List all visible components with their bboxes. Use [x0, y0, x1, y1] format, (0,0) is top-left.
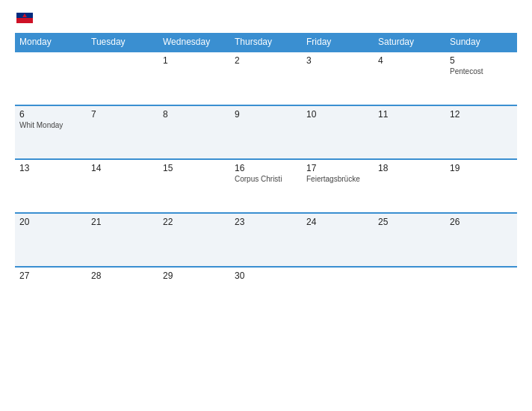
day-number: 5 — [450, 55, 513, 66]
day-number: 29 — [163, 271, 226, 281]
day-cell: 11 — [374, 105, 445, 159]
day-cell: 3 — [302, 52, 374, 105]
day-number: 18 — [378, 163, 441, 173]
day-cell: 23 — [230, 213, 302, 267]
day-number: 17 — [306, 163, 369, 173]
day-cell: 12 — [445, 105, 517, 159]
day-number: 21 — [91, 217, 154, 227]
day-cell: 15 — [158, 159, 230, 213]
day-cell: 7 — [87, 105, 158, 159]
logo-flag-icon — [16, 13, 33, 23]
day-number: 30 — [235, 271, 297, 281]
day-cell: 28 — [87, 267, 158, 321]
col-header-saturday: Saturday — [374, 33, 445, 52]
col-header-sunday: Sunday — [445, 33, 517, 52]
calendar-table: MondayTuesdayWednesdayThursdayFridaySatu… — [15, 33, 517, 321]
day-number: 25 — [378, 217, 441, 227]
day-number: 7 — [91, 109, 154, 120]
day-cell: 27 — [15, 267, 87, 321]
day-number: 14 — [91, 163, 154, 173]
day-number: 28 — [91, 271, 154, 281]
day-cell: 14 — [87, 159, 158, 213]
day-number: 6 — [19, 109, 82, 120]
day-cell — [302, 267, 374, 321]
day-cell — [374, 267, 445, 321]
header-row: MondayTuesdayWednesdayThursdayFridaySatu… — [15, 33, 517, 52]
day-cell: 24 — [302, 213, 374, 267]
calendar-header: MondayTuesdayWednesdayThursdayFridaySatu… — [15, 33, 517, 52]
col-header-monday: Monday — [15, 33, 87, 52]
svg-rect-2 — [16, 18, 33, 23]
day-number: 12 — [450, 109, 513, 120]
day-number: 24 — [306, 217, 369, 227]
day-cell: 10 — [302, 105, 374, 159]
day-number: 4 — [378, 55, 441, 66]
day-number: 13 — [19, 163, 82, 173]
day-cell: 21 — [87, 213, 158, 267]
day-cell: 19 — [445, 159, 517, 213]
day-cell: 6Whit Monday — [15, 105, 87, 159]
day-number: 23 — [235, 217, 297, 227]
day-cell: 8 — [158, 105, 230, 159]
event-label: Feiertagsbrücke — [306, 175, 369, 183]
header — [15, 13, 517, 24]
day-cell: 13 — [15, 159, 87, 213]
day-cell: 22 — [158, 213, 230, 267]
day-number: 16 — [235, 163, 297, 173]
day-cell: 20 — [15, 213, 87, 267]
day-number: 2 — [235, 55, 297, 66]
day-cell: 16Corpus Christi — [230, 159, 302, 213]
logo — [15, 13, 33, 24]
day-number: 9 — [235, 109, 297, 120]
day-number: 10 — [306, 109, 369, 120]
day-cell: 18 — [374, 159, 445, 213]
day-cell: 30 — [230, 267, 302, 321]
day-cell — [445, 267, 517, 321]
day-number: 3 — [306, 55, 369, 66]
day-number: 20 — [19, 217, 82, 227]
day-cell — [15, 52, 87, 105]
week-row-4: 20212223242526 — [15, 213, 517, 267]
event-label: Corpus Christi — [235, 175, 297, 183]
day-number: 15 — [163, 163, 226, 173]
day-number: 1 — [163, 55, 226, 66]
day-cell — [87, 52, 158, 105]
col-header-thursday: Thursday — [230, 33, 302, 52]
day-number: 26 — [450, 217, 513, 227]
day-cell: 1 — [158, 52, 230, 105]
event-label: Whit Monday — [19, 121, 82, 129]
col-header-tuesday: Tuesday — [87, 33, 158, 52]
day-cell: 26 — [445, 213, 517, 267]
day-cell: 29 — [158, 267, 230, 321]
day-number: 27 — [19, 271, 82, 281]
calendar-body: 12345Pentecost6Whit Monday78910111213141… — [15, 52, 517, 321]
col-header-friday: Friday — [302, 33, 374, 52]
event-label: Pentecost — [450, 67, 513, 75]
day-cell: 17Feiertagsbrücke — [302, 159, 374, 213]
day-number: 11 — [378, 109, 441, 120]
day-cell: 2 — [230, 52, 302, 105]
day-cell: 5Pentecost — [445, 52, 517, 105]
day-cell: 4 — [374, 52, 445, 105]
day-cell: 9 — [230, 105, 302, 159]
day-cell: 25 — [374, 213, 445, 267]
day-number: 22 — [163, 217, 226, 227]
col-header-wednesday: Wednesday — [158, 33, 230, 52]
week-row-3: 13141516Corpus Christi17Feiertagsbrücke1… — [15, 159, 517, 213]
day-number: 19 — [450, 163, 513, 173]
week-row-5: 27282930 — [15, 267, 517, 321]
week-row-1: 12345Pentecost — [15, 52, 517, 105]
week-row-2: 6Whit Monday789101112 — [15, 105, 517, 159]
day-number: 8 — [163, 109, 226, 120]
calendar-page: MondayTuesdayWednesdayThursdayFridaySatu… — [0, 0, 532, 411]
